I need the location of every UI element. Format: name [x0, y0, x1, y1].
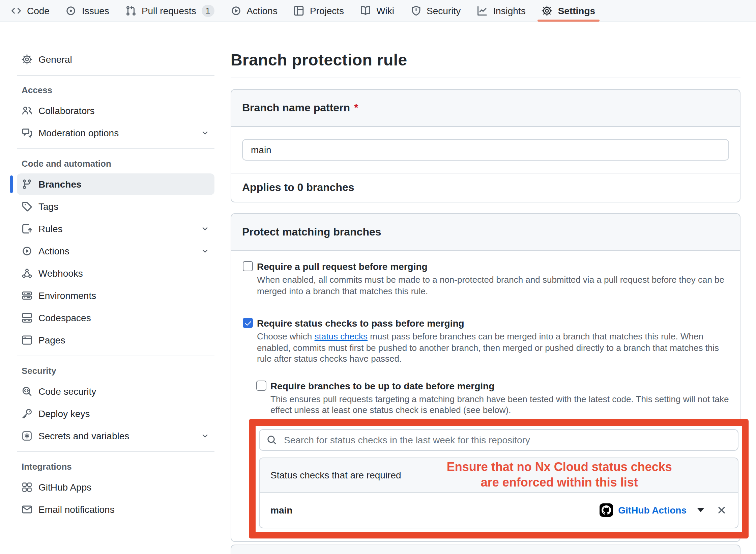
page-title: Branch protection rule: [231, 51, 740, 70]
applies-to-branches-text: Applies to 0 branches: [231, 173, 740, 202]
dropdown-caret-icon[interactable]: [697, 508, 704, 512]
github-mark-icon: [601, 505, 611, 515]
require-pull-request-checkbox[interactable]: [243, 261, 253, 271]
sidebar-item-general[interactable]: General: [17, 49, 214, 70]
sidebar-divider: [17, 356, 214, 356]
require-status-checks-rule: Require status checks to pass before mer…: [243, 317, 729, 365]
require-status-checks-checkbox[interactable]: [243, 318, 253, 328]
tag-icon: [22, 201, 32, 212]
sidebar-item-tags[interactable]: Tags: [17, 196, 214, 217]
sidebar-item-code-security[interactable]: Code security: [17, 381, 214, 402]
required-status-checks-box: Status checks that are required Ensure t…: [259, 457, 738, 528]
require-up-to-date-checkbox[interactable]: [256, 380, 266, 390]
sidebar-divider: [17, 75, 214, 76]
browser-icon: [22, 335, 32, 345]
next-section-header-partial: [231, 544, 740, 554]
require-up-to-date-rule: Require branches to be up to date before…: [256, 380, 729, 416]
sidebar-item-deploy-keys[interactable]: Deploy keys: [17, 403, 214, 424]
git-pull-request-icon: [125, 5, 136, 16]
git-branch-icon: [22, 179, 32, 190]
tab-actions[interactable]: Actions: [230, 0, 278, 22]
require-up-to-date-label[interactable]: Require branches to be up to date before…: [270, 380, 729, 392]
sidebar-item-environments[interactable]: Environments: [17, 285, 214, 306]
require-pull-request-description: When enabled, all commits must be made t…: [257, 275, 729, 297]
sidebar-item-codespaces[interactable]: Codespaces: [17, 307, 214, 329]
play-icon: [230, 5, 241, 16]
tab-security[interactable]: Security: [410, 0, 461, 22]
branch-name-pattern-input[interactable]: [242, 139, 729, 161]
annotation-highlight-frame: Status checks that are required Ensure t…: [249, 419, 749, 538]
graph-icon: [477, 5, 488, 16]
webhook-icon: [22, 268, 32, 279]
sidebar-divider: [17, 451, 214, 452]
sidebar-item-webhooks[interactable]: Webhooks: [17, 262, 214, 284]
branch-name-pattern-card: Branch name pattern* Applies to 0 branch…: [231, 89, 740, 202]
server-icon: [22, 290, 32, 301]
sidebar-item-branches[interactable]: Branches: [17, 173, 214, 195]
status-check-name: main: [270, 504, 292, 515]
book-icon: [360, 5, 371, 16]
apps-icon: [22, 482, 32, 493]
main-content: Branch protection rule Branch name patte…: [225, 22, 756, 554]
protect-matching-branches-card: Protect matching branches Require a pull…: [231, 213, 740, 542]
sidebar-item-moderation-options[interactable]: Moderation options: [17, 122, 214, 144]
require-up-to-date-description: This ensures pull requests targeting a m…: [270, 394, 729, 416]
sidebar-item-collaborators[interactable]: Collaborators: [17, 100, 214, 121]
key-icon: [22, 408, 32, 419]
key-asterisk-icon: [22, 431, 32, 441]
remove-status-check-button[interactable]: [716, 504, 727, 515]
check-icon: [244, 319, 252, 327]
status-check-search: [259, 429, 738, 450]
shield-icon: [410, 5, 421, 16]
github-actions-link[interactable]: GitHub Actions: [618, 504, 687, 515]
status-check-search-input[interactable]: [283, 434, 731, 446]
tab-code[interactable]: Code: [11, 0, 50, 22]
gear-icon: [22, 54, 32, 65]
close-icon: [716, 504, 727, 515]
chevron-down-icon: [201, 129, 209, 137]
sidebar-section-access: Access: [22, 85, 214, 95]
play-icon: [22, 246, 32, 256]
sidebar-divider: [17, 148, 214, 149]
chevron-down-icon: [201, 225, 209, 233]
settings-sidebar: General Access Collaborators Moderation …: [0, 22, 225, 521]
tab-pull-requests[interactable]: Pull requests 1: [125, 0, 214, 22]
search-icon: [266, 434, 277, 445]
status-check-row: main GitHub Actions: [260, 492, 738, 527]
github-app-avatar: [599, 503, 613, 517]
codescan-icon: [22, 386, 32, 397]
gear-icon: [542, 5, 553, 16]
tab-issues[interactable]: Issues: [66, 0, 109, 22]
sidebar-section-code-and-automation: Code and automation: [22, 159, 214, 169]
mail-icon: [22, 504, 32, 515]
require-status-checks-description: Choose which status checks must pass bef…: [257, 331, 729, 365]
required-asterisk: *: [354, 102, 358, 113]
branch-name-pattern-header: Branch name pattern*: [231, 90, 740, 127]
require-status-checks-label[interactable]: Require status checks to pass before mer…: [257, 317, 729, 329]
tab-settings[interactable]: Settings: [542, 0, 595, 22]
project-table-icon: [294, 5, 304, 16]
sidebar-item-github-apps[interactable]: GitHub Apps: [17, 476, 214, 498]
protect-matching-branches-header: Protect matching branches: [231, 214, 740, 251]
comment-discussion-icon: [22, 128, 32, 138]
sidebar-item-rules[interactable]: Rules: [17, 218, 214, 240]
pull-requests-count-badge: 1: [202, 5, 214, 17]
rules-icon: [22, 223, 32, 234]
code-icon: [11, 5, 22, 16]
status-checks-link[interactable]: status checks: [315, 331, 368, 341]
sidebar-section-integrations: Integrations: [22, 462, 214, 472]
sidebar-item-email-notifications[interactable]: Email notifications: [17, 499, 214, 520]
sidebar-item-pages[interactable]: Pages: [17, 329, 214, 351]
required-status-checks-header: Status checks that are required: [270, 469, 401, 480]
chevron-down-icon: [201, 247, 209, 255]
sidebar-item-actions[interactable]: Actions: [17, 240, 214, 262]
tab-wiki[interactable]: Wiki: [360, 0, 394, 22]
tab-projects[interactable]: Projects: [294, 0, 344, 22]
sidebar-item-secrets-and-variables[interactable]: Secrets and variables: [17, 425, 214, 447]
github-branch-protection-settings-page: Code Issues Pull requests 1 Actions Proj…: [0, 0, 756, 554]
sidebar-section-security: Security: [22, 366, 214, 376]
tab-insights[interactable]: Insights: [477, 0, 526, 22]
require-pull-request-label[interactable]: Require a pull request before merging: [257, 260, 729, 273]
issue-opened-icon: [66, 5, 77, 16]
people-icon: [22, 105, 32, 116]
